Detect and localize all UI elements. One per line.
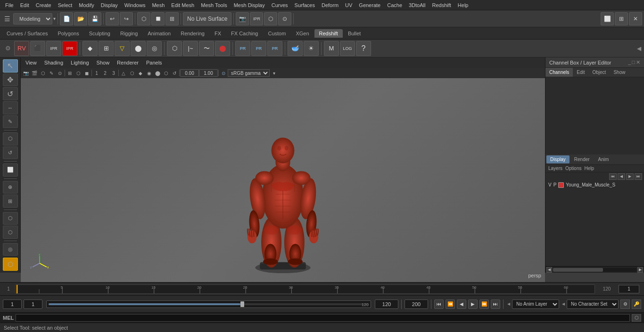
- vp-menu-show[interactable]: Show: [95, 59, 112, 66]
- vp-grid-icon[interactable]: ⊞: [66, 69, 74, 77]
- layers-menu-btn[interactable]: Layers: [548, 166, 562, 171]
- select-mode-btn[interactable]: ⬡: [137, 12, 150, 25]
- cb-minimize-btn[interactable]: _: [628, 59, 631, 65]
- shelf-diamond-icon[interactable]: ◆: [83, 41, 98, 56]
- vp-menu-shading[interactable]: Shading: [42, 59, 65, 66]
- tab-bullet[interactable]: Bullet: [343, 29, 366, 38]
- shelf-rv-icon[interactable]: RV: [14, 41, 29, 56]
- layout3-btn[interactable]: ✕: [629, 12, 642, 25]
- scrollbar-right-btn[interactable]: ▶: [637, 267, 643, 273]
- d-tab-render[interactable]: Render: [570, 155, 594, 163]
- cb-close-btn[interactable]: ✕: [636, 59, 640, 65]
- menu-item-3dtoall[interactable]: 3DtoAll: [405, 1, 429, 9]
- menu-item-deform[interactable]: Deform: [318, 1, 342, 9]
- soft-select-tool[interactable]: ✎: [3, 115, 18, 129]
- snap-tool[interactable]: ⊕: [3, 181, 18, 194]
- tab-custom[interactable]: Custom: [264, 29, 291, 38]
- menu-item-curves[interactable]: Curves: [268, 1, 291, 9]
- shelf-log-icon[interactable]: LOG: [340, 41, 355, 56]
- 3d-viewport[interactable]: x y z persp: [21, 78, 545, 282]
- cb-tab-show[interactable]: Show: [610, 68, 629, 77]
- cb-maximize-btn[interactable]: □: [632, 59, 635, 65]
- vp-shaded-icon[interactable]: ◼: [83, 69, 91, 77]
- vp-poly4-icon[interactable]: ◉: [145, 69, 153, 77]
- scrollbar-thumb[interactable]: [553, 268, 603, 272]
- step-forward-btn[interactable]: ⏩: [479, 300, 489, 309]
- tab-rigging[interactable]: Rigging: [116, 29, 142, 38]
- menu-item-file[interactable]: File: [2, 1, 17, 9]
- tab-polygons[interactable]: Polygons: [53, 29, 83, 38]
- shelf-pr1-icon[interactable]: PR: [235, 41, 250, 56]
- layer-scroll-prev[interactable]: ◀: [618, 173, 625, 180]
- play-back-btn[interactable]: ◀: [457, 300, 466, 309]
- menu-item-mesh-tools[interactable]: Mesh Tools: [198, 1, 230, 9]
- playback-autokey-btn[interactable]: 🔑: [632, 300, 641, 309]
- vp-viewport-icon[interactable]: ⬡: [39, 69, 47, 77]
- shelf-cube2-icon[interactable]: ⬡: [167, 41, 182, 56]
- layer-scroll-last[interactable]: ⏭: [635, 173, 642, 180]
- render-btn[interactable]: ⬡: [264, 12, 277, 25]
- vp-menu-renderer[interactable]: Renderer: [115, 59, 140, 66]
- rotate-tool[interactable]: ↺: [3, 87, 18, 100]
- vp-poly2-icon[interactable]: ⬡: [128, 69, 136, 77]
- mode-dropdown[interactable]: Modeling: [13, 13, 52, 24]
- skip-end-btn[interactable]: ⏭: [491, 300, 500, 309]
- menu-item-select[interactable]: Select: [55, 1, 76, 9]
- menu-item-display[interactable]: Display: [98, 1, 121, 9]
- tab-curves-surfaces[interactable]: Curves / Surfaces: [2, 29, 52, 38]
- snapshot-btn[interactable]: ⊙: [278, 12, 291, 25]
- ipr-btn[interactable]: IPR: [250, 12, 263, 25]
- shelf-icon2[interactable]: ⬛: [30, 41, 45, 56]
- vp-wireframe-icon[interactable]: ⬡: [74, 69, 83, 77]
- layer-color-swatch[interactable]: [558, 182, 564, 188]
- layer-scroll-first[interactable]: ⏮: [609, 173, 617, 180]
- snap-btn[interactable]: 🔲: [151, 12, 165, 25]
- char-set-select[interactable]: No Character Set: [567, 300, 619, 309]
- grid-snap-tool[interactable]: ⊞: [3, 194, 18, 208]
- menu-item-surfaces[interactable]: Surfaces: [291, 1, 318, 9]
- tab-fx-caching[interactable]: FX Caching: [226, 29, 263, 38]
- vp-menu-view[interactable]: View: [24, 59, 39, 66]
- menu-item-cache[interactable]: Cache: [384, 1, 405, 9]
- anim-layer-select[interactable]: No Anim Layer: [512, 300, 559, 309]
- menu-item-redshift[interactable]: Redshift: [429, 1, 454, 9]
- vp-poly5-icon[interactable]: ⬤: [153, 69, 162, 77]
- shelf-grid-icon[interactable]: ⊞: [99, 41, 114, 56]
- tab-sculpting[interactable]: Sculpting: [84, 29, 115, 38]
- polygon-tool[interactable]: ⬡: [3, 132, 18, 146]
- shelf-gear-icon[interactable]: ⚙: [3, 43, 13, 54]
- tab-animation[interactable]: Animation: [143, 29, 175, 38]
- move-tool[interactable]: ✥: [3, 73, 18, 87]
- d-tab-anim[interactable]: Anim: [594, 155, 613, 163]
- menu-item-help[interactable]: Help: [454, 1, 472, 9]
- menu-item-mesh[interactable]: Mesh: [149, 1, 168, 9]
- menu-item-windows[interactable]: Windows: [121, 1, 149, 9]
- shelf-wave-icon[interactable]: 〜: [199, 41, 214, 56]
- total-end-input[interactable]: [375, 300, 398, 309]
- xray-tool[interactable]: ◎: [3, 243, 18, 256]
- save-btn[interactable]: 💾: [88, 12, 101, 25]
- vp-resolution-icon[interactable]: 1: [92, 69, 101, 77]
- tab-fx[interactable]: FX: [210, 29, 226, 38]
- vp-marker-icon[interactable]: ✎: [47, 69, 56, 77]
- shelf-help-icon[interactable]: ?: [356, 41, 371, 56]
- shelf-torus-icon[interactable]: ◎: [147, 41, 162, 56]
- cmd-input[interactable]: [16, 314, 630, 322]
- anim-layer-dropdown-btn[interactable]: ◀: [506, 300, 511, 308]
- bottom-tool[interactable]: ⬡: [3, 258, 18, 271]
- menu-item-create[interactable]: Create: [33, 1, 55, 9]
- step-back-btn[interactable]: ⏪: [446, 300, 455, 309]
- shelf-material-icon[interactable]: M: [324, 41, 339, 56]
- max-end-input[interactable]: [405, 300, 428, 309]
- cb-tab-channels[interactable]: Channels: [545, 68, 573, 77]
- menu-item-modify[interactable]: Modify: [75, 1, 97, 9]
- menu-item-uv[interactable]: UV: [342, 1, 355, 9]
- snap2-btn[interactable]: ⊞: [165, 12, 179, 25]
- menu-item-edit-mesh[interactable]: Edit Mesh: [168, 1, 198, 9]
- open-btn[interactable]: 📂: [74, 12, 87, 25]
- layout1-btn[interactable]: ⬜: [601, 12, 614, 25]
- scale-field[interactable]: [199, 69, 218, 77]
- vp-snap-icon[interactable]: ⊙: [56, 69, 64, 77]
- cb-tab-edit[interactable]: Edit: [573, 68, 588, 77]
- options-menu-btn[interactable]: Options: [565, 166, 581, 171]
